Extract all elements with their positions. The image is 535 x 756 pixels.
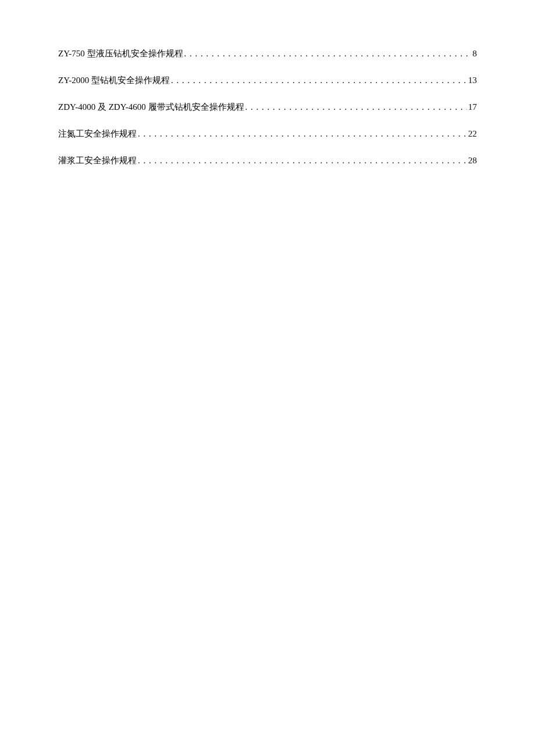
toc-entry-page: 28	[467, 153, 477, 167]
toc-entry-page: 13	[467, 73, 477, 87]
toc-entry: ZDY-4000 及 ZDY-4600 履带式钻机安全操作规程 17	[58, 100, 477, 114]
toc-leader-dots	[137, 153, 467, 167]
toc-entry: 灌浆工安全操作规程 28	[58, 153, 477, 167]
toc-entry-page: 17	[467, 100, 477, 114]
toc-entry: ZY-750 型液压钻机安全操作规程 8	[58, 46, 477, 60]
toc-leader-dots	[137, 127, 467, 141]
toc-entry-title: 灌浆工安全操作规程	[58, 153, 137, 167]
table-of-contents: ZY-750 型液压钻机安全操作规程 8 ZY-2000 型钻机安全操作规程 1…	[58, 46, 477, 167]
toc-entry-page: 22	[467, 127, 477, 141]
toc-leader-dots	[244, 100, 467, 114]
toc-entry-title: 注氮工安全操作规程	[58, 127, 137, 141]
toc-leader-dots	[170, 73, 467, 87]
toc-leader-dots	[183, 46, 472, 60]
toc-entry: ZY-2000 型钻机安全操作规程 13	[58, 73, 477, 87]
toc-entry-page: 8	[472, 46, 477, 60]
toc-entry-title: ZY-750 型液压钻机安全操作规程	[58, 46, 183, 60]
toc-entry-title: ZDY-4000 及 ZDY-4600 履带式钻机安全操作规程	[58, 100, 244, 114]
toc-entry: 注氮工安全操作规程 22	[58, 127, 477, 141]
toc-entry-title: ZY-2000 型钻机安全操作规程	[58, 73, 170, 87]
